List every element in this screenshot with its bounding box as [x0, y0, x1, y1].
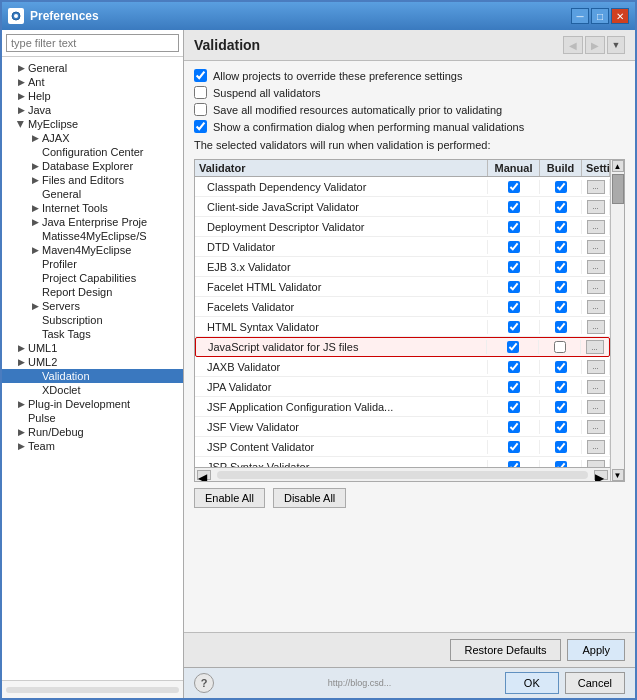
confirmation-checkbox[interactable]: [194, 120, 207, 133]
manual-checkbox[interactable]: [508, 301, 520, 313]
settings-button[interactable]: ...: [587, 300, 605, 314]
sidebar-item-ajax[interactable]: ▶ AJAX: [2, 131, 183, 145]
scroll-up-button[interactable]: ▲: [612, 160, 624, 172]
settings-button[interactable]: ...: [587, 380, 605, 394]
build-checkbox[interactable]: [555, 321, 567, 333]
build-checkbox[interactable]: [555, 401, 567, 413]
sidebar-scrollbar[interactable]: [6, 687, 179, 693]
settings-button[interactable]: ...: [587, 180, 605, 194]
maximize-button[interactable]: □: [591, 8, 609, 24]
search-input[interactable]: [6, 34, 179, 52]
sidebar-item-database-explorer[interactable]: ▶ Database Explorer: [2, 159, 183, 173]
h-scroll-left[interactable]: ◀: [197, 470, 211, 480]
manual-checkbox[interactable]: [508, 461, 520, 468]
sidebar-item-general[interactable]: ▶ General: [2, 61, 183, 75]
enable-all-button[interactable]: Enable All: [194, 488, 265, 508]
build-checkbox[interactable]: [555, 381, 567, 393]
manual-checkbox[interactable]: [508, 421, 520, 433]
sidebar-item-configuration-center[interactable]: Configuration Center: [2, 145, 183, 159]
sidebar-item-team[interactable]: ▶ Team: [2, 439, 183, 453]
manual-checkbox[interactable]: [508, 381, 520, 393]
settings-button[interactable]: ...: [587, 420, 605, 434]
sidebar-item-uml1[interactable]: ▶ UML1: [2, 341, 183, 355]
settings-button[interactable]: ...: [587, 200, 605, 214]
build-checkbox[interactable]: [555, 241, 567, 253]
manual-checkbox[interactable]: [508, 361, 520, 373]
build-checkbox[interactable]: [555, 461, 567, 468]
scroll-thumb[interactable]: [612, 174, 624, 204]
manual-checkbox[interactable]: [508, 401, 520, 413]
h-scrollbar[interactable]: ◀ ▶: [195, 467, 610, 481]
h-scroll-right[interactable]: ▶: [594, 470, 608, 480]
sidebar-item-subscription[interactable]: Subscription: [2, 313, 183, 327]
settings-button[interactable]: ...: [587, 220, 605, 234]
minimize-button[interactable]: ─: [571, 8, 589, 24]
build-checkbox[interactable]: [555, 421, 567, 433]
manual-checkbox[interactable]: [508, 201, 520, 213]
close-button[interactable]: ✕: [611, 8, 629, 24]
sidebar-item-run-debug[interactable]: ▶ Run/Debug: [2, 425, 183, 439]
sidebar-item-profiler[interactable]: Profiler: [2, 257, 183, 271]
build-checkbox[interactable]: [554, 341, 566, 353]
build-checkbox[interactable]: [555, 221, 567, 233]
save-checkbox[interactable]: [194, 103, 207, 116]
settings-button[interactable]: ...: [587, 440, 605, 454]
sidebar-item-java-enterprise[interactable]: ▶ Java Enterprise Proje: [2, 215, 183, 229]
ok-button[interactable]: OK: [505, 672, 559, 694]
settings-button[interactable]: ...: [587, 320, 605, 334]
sidebar-item-files-and-editors[interactable]: ▶ Files and Editors: [2, 173, 183, 187]
settings-button[interactable]: ...: [586, 340, 604, 354]
settings-button[interactable]: ...: [587, 280, 605, 294]
sidebar-item-help[interactable]: ▶ Help: [2, 89, 183, 103]
build-checkbox[interactable]: [555, 301, 567, 313]
manual-checkbox[interactable]: [507, 341, 519, 353]
h-scroll-track[interactable]: [217, 471, 588, 479]
build-checkbox[interactable]: [555, 441, 567, 453]
settings-button[interactable]: ...: [587, 360, 605, 374]
back-button[interactable]: ◀: [563, 36, 583, 54]
apply-button[interactable]: Apply: [567, 639, 625, 661]
manual-checkbox[interactable]: [508, 241, 520, 253]
sidebar-item-pulse[interactable]: Pulse: [2, 411, 183, 425]
sidebar-item-uml2[interactable]: ▶ UML2: [2, 355, 183, 369]
cancel-button[interactable]: Cancel: [565, 672, 625, 694]
settings-button[interactable]: ...: [587, 260, 605, 274]
build-checkbox[interactable]: [555, 281, 567, 293]
help-button[interactable]: ?: [194, 673, 214, 693]
manual-checkbox[interactable]: [508, 261, 520, 273]
manual-checkbox[interactable]: [508, 281, 520, 293]
restore-defaults-button[interactable]: Restore Defaults: [450, 639, 562, 661]
disable-all-button[interactable]: Disable All: [273, 488, 346, 508]
settings-button[interactable]: ...: [587, 460, 605, 468]
sidebar-item-report-design[interactable]: Report Design: [2, 285, 183, 299]
build-checkbox[interactable]: [555, 201, 567, 213]
history-dropdown[interactable]: ▼: [607, 36, 625, 54]
build-checkbox[interactable]: [555, 261, 567, 273]
settings-button[interactable]: ...: [587, 400, 605, 414]
override-checkbox[interactable]: [194, 69, 207, 82]
sidebar-item-project-capabilities[interactable]: Project Capabilities: [2, 271, 183, 285]
manual-checkbox[interactable]: [508, 441, 520, 453]
build-checkbox[interactable]: [555, 361, 567, 373]
v-scrollbar[interactable]: ▲ ▼: [610, 160, 624, 481]
sidebar-item-internet-tools[interactable]: ▶ Internet Tools: [2, 201, 183, 215]
sidebar-item-java[interactable]: ▶ Java: [2, 103, 183, 117]
build-checkbox[interactable]: [555, 181, 567, 193]
sidebar-item-validation[interactable]: Validation: [2, 369, 183, 383]
sidebar-item-general2[interactable]: General: [2, 187, 183, 201]
sidebar-item-plugin-development[interactable]: ▶ Plug-in Development: [2, 397, 183, 411]
sidebar-item-matisse[interactable]: Matisse4MyEclipse/S: [2, 229, 183, 243]
settings-button[interactable]: ...: [587, 240, 605, 254]
sidebar-item-maven4myeclipse[interactable]: ▶ Maven4MyEclipse: [2, 243, 183, 257]
manual-checkbox[interactable]: [508, 221, 520, 233]
sidebar-item-task-tags[interactable]: Task Tags: [2, 327, 183, 341]
suspend-checkbox[interactable]: [194, 86, 207, 99]
scroll-down-button[interactable]: ▼: [612, 469, 624, 481]
sidebar-item-ant[interactable]: ▶ Ant: [2, 75, 183, 89]
sidebar-item-myeclipse[interactable]: ▶ MyEclipse: [2, 117, 183, 131]
sidebar-item-xdoclet[interactable]: XDoclet: [2, 383, 183, 397]
sidebar-item-servers[interactable]: ▶ Servers: [2, 299, 183, 313]
manual-checkbox[interactable]: [508, 181, 520, 193]
forward-button[interactable]: ▶: [585, 36, 605, 54]
manual-checkbox[interactable]: [508, 321, 520, 333]
